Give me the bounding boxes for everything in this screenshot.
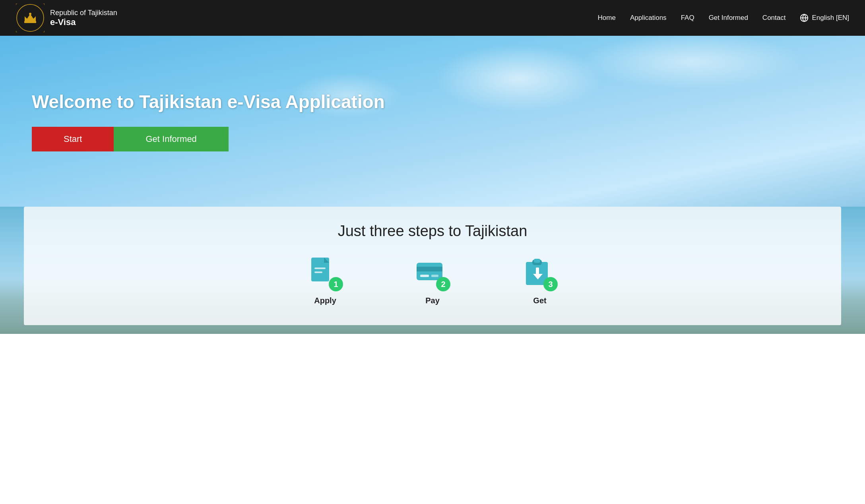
svg-rect-9	[24, 21, 36, 23]
globe-icon	[800, 14, 809, 22]
svg-point-10	[29, 13, 31, 15]
republic-label: Republic of Tajikistan	[50, 9, 117, 17]
step-pay-label: Pay	[425, 296, 440, 305]
nav-applications[interactable]: Applications	[630, 14, 667, 22]
crown-logo-icon	[16, 4, 45, 32]
steps-section: Just three steps to Tajikistan 1 Apply	[0, 207, 865, 334]
svg-rect-14	[314, 271, 322, 273]
nav-faq[interactable]: FAQ	[681, 14, 694, 22]
step-3-badge: 3	[543, 277, 558, 291]
step-apply-icon-wrap: 1	[307, 256, 343, 291]
svg-marker-6	[16, 30, 18, 32]
site-header: Republic of Tajikistan e-Visa Home Appli…	[0, 0, 865, 36]
svg-rect-21	[534, 259, 540, 263]
language-label: English [EN]	[812, 14, 849, 22]
steps-items: 1 Apply 2 Pay	[48, 256, 817, 305]
svg-marker-8	[16, 4, 18, 6]
language-selector[interactable]: English [EN]	[800, 14, 849, 22]
step-get-label: Get	[533, 296, 546, 305]
svg-rect-17	[420, 275, 429, 277]
step-apply: 1 Apply	[307, 256, 343, 305]
start-button[interactable]: Start	[32, 127, 114, 151]
logo-text: Republic of Tajikistan e-Visa	[50, 9, 117, 27]
get-informed-button[interactable]: Get Informed	[114, 127, 228, 151]
step-get-icon-wrap: 3	[522, 256, 558, 291]
nav-contact[interactable]: Contact	[762, 14, 786, 22]
steps-card: Just three steps to Tajikistan 1 Apply	[24, 207, 841, 325]
step-2-badge: 2	[436, 277, 450, 291]
svg-marker-2	[42, 4, 45, 6]
svg-marker-4	[42, 30, 45, 32]
hero-section: Welcome to Tajikistan e-Visa Application…	[0, 36, 865, 207]
svg-rect-13	[314, 268, 326, 269]
logo-area: Republic of Tajikistan e-Visa	[16, 4, 117, 32]
svg-rect-18	[431, 275, 438, 277]
hero-buttons: Start Get Informed	[32, 127, 385, 151]
steps-title: Just three steps to Tajikistan	[48, 223, 817, 240]
step-pay: 2 Pay	[415, 256, 450, 305]
step-pay-icon-wrap: 2	[415, 256, 450, 291]
step-apply-label: Apply	[314, 296, 336, 305]
hero-content: Welcome to Tajikistan e-Visa Application…	[32, 91, 385, 151]
main-nav: Home Applications FAQ Get Informed Conta…	[598, 14, 849, 22]
evisa-label: e-Visa	[50, 17, 117, 27]
nav-get-informed[interactable]: Get Informed	[709, 14, 748, 22]
svg-rect-16	[417, 267, 442, 271]
step-1-badge: 1	[329, 277, 343, 291]
hero-title: Welcome to Tajikistan e-Visa Application	[32, 91, 385, 112]
nav-home[interactable]: Home	[598, 14, 616, 22]
step-get: 3 Get	[522, 256, 558, 305]
